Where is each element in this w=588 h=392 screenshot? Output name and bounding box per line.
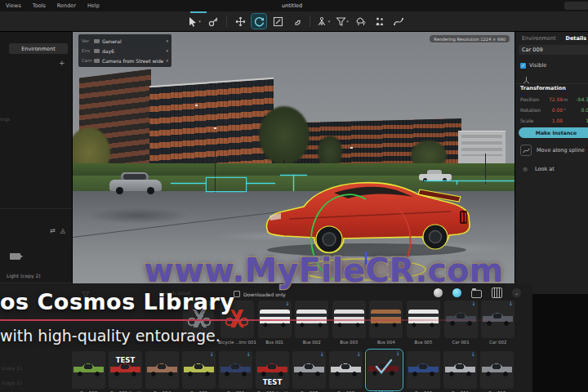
vegetation-tool-button[interactable] xyxy=(354,14,368,29)
move-icon xyxy=(235,16,246,27)
add-button[interactable]: + xyxy=(59,59,65,67)
downloaded-only-checkbox[interactable]: Downloaded only xyxy=(234,291,286,297)
position-row[interactable]: Position72.59 m-54.3 xyxy=(520,96,588,102)
download-icon: ↓ xyxy=(285,301,289,306)
scale-row[interactable]: Scale1.00 1 xyxy=(520,118,588,123)
spline-tool-button[interactable] xyxy=(391,14,406,29)
tree xyxy=(259,106,310,165)
filter-tool-button[interactable]: ▾ xyxy=(335,14,350,29)
make-instance-button[interactable]: Make Instance xyxy=(519,127,588,138)
people-scatter-tool-button[interactable] xyxy=(372,14,387,29)
download-icon: ↓ xyxy=(210,352,214,357)
asset-card-bus-004[interactable]: Bus 004 xyxy=(369,301,403,338)
materials-icon[interactable] xyxy=(434,288,443,297)
3d-viewport[interactable]: Var General▾ Env day6▾ Cam Camera from S… xyxy=(72,31,515,284)
building-white xyxy=(458,131,506,167)
visible-toggle[interactable]: ✓ Visible xyxy=(520,62,546,69)
asset-card-car-007[interactable]: ↓ Car 007 xyxy=(292,351,326,389)
collapse-panel-button[interactable]: ⌄ xyxy=(512,288,521,297)
tab-environment[interactable]: Environment xyxy=(522,35,556,42)
checkbox-checked-icon[interactable]: ✓ xyxy=(520,63,526,69)
environment-icon xyxy=(94,49,100,53)
cosmos-library-panel: Search asset Downloaded only ⌄ (copy 1) … xyxy=(0,283,532,392)
filter-sliders-icon[interactable]: ⇄ xyxy=(50,227,56,234)
scale-icon xyxy=(273,16,283,27)
move-tool-button[interactable] xyxy=(233,14,247,29)
asset-card-car-003[interactable]: Car 003 xyxy=(72,351,105,389)
variant-selector[interactable]: Var General▾ xyxy=(78,36,172,46)
asset-card-car-009-selected[interactable]: ↓ Car 009 xyxy=(367,350,402,390)
look-at-action[interactable]: ◎ Look at xyxy=(520,166,555,172)
menu-render[interactable]: Render xyxy=(51,2,82,9)
select-arrow-icon xyxy=(188,16,198,27)
test-overlay: TEST xyxy=(109,356,142,364)
visible-label: Visible xyxy=(529,62,546,69)
environment-selector[interactable]: Env day6▾ xyxy=(78,46,172,56)
asset-card-car-002[interactable]: ↓ Car 002 xyxy=(481,301,514,338)
download-icon: ↓ xyxy=(357,352,361,357)
asset-card-car-003-test[interactable]: TEST Car 003 (test) xyxy=(109,351,142,389)
menu-bar: Views Tools Render Help untitled xyxy=(0,0,588,11)
ghost-list-item: (copy 1) xyxy=(2,365,22,371)
folder-icon[interactable] xyxy=(471,290,482,298)
camera-icon xyxy=(94,59,100,63)
asset-card-bicycle[interactable]: Bicycle ...tric 001 xyxy=(220,301,254,338)
asset-card-car-010[interactable]: Car 010 xyxy=(407,351,440,389)
silver-car[interactable] xyxy=(109,170,162,198)
downloaded-only-label: Downloaded only xyxy=(243,292,286,297)
test-overlay: TEST xyxy=(256,378,289,386)
magnet-snap-tool-button[interactable] xyxy=(289,14,304,29)
asset-card-bus-005[interactable]: Bus 005 xyxy=(407,301,440,338)
asset-card[interactable]: ↓ xyxy=(183,301,214,338)
asset-card-car-005[interactable]: ↓ Car 005 xyxy=(182,351,216,389)
download-icon: ↓ xyxy=(247,352,251,357)
spline-icon xyxy=(520,145,532,156)
move-along-spline-action[interactable]: Move along spline xyxy=(520,145,585,156)
light-gizmo-rect[interactable] xyxy=(206,177,247,192)
rotation-row[interactable]: Rotation0.00 °0.0 xyxy=(520,107,588,113)
menu-help[interactable]: Help xyxy=(82,2,105,9)
asset-card-bus-001[interactable]: ↓ Bus 001 xyxy=(258,301,292,338)
search-field[interactable] xyxy=(564,2,588,10)
tab-details[interactable]: Details xyxy=(566,35,587,42)
paint-scatter-icon xyxy=(208,16,219,27)
download-icon: ↓ xyxy=(320,352,324,357)
asset-icon[interactable]: ◬ xyxy=(60,227,65,234)
select-tool-button[interactable]: ▾ xyxy=(187,14,202,29)
menu-tools[interactable]: Tools xyxy=(27,2,51,9)
asset-card-bus-002[interactable]: Bus 002 xyxy=(295,301,328,338)
rotate-tool-button[interactable] xyxy=(252,14,266,29)
download-icon: ↓ xyxy=(509,301,513,306)
asset-card-car-006-test[interactable]: TEST Car 006 (test) xyxy=(256,351,289,389)
object-name-field[interactable]: Car 009 xyxy=(519,45,588,55)
camera-selector[interactable]: Cam Camera from Street wide▾ xyxy=(78,56,172,65)
paint-scatter-tool-button[interactable] xyxy=(206,14,220,29)
download-icon: ↓ xyxy=(396,351,400,356)
light-tripod-tool-button[interactable]: ▾ xyxy=(316,14,331,29)
filter-funnel-icon[interactable] xyxy=(82,287,90,302)
magnet-snap-icon xyxy=(292,16,302,27)
asset-card-car-001[interactable]: ↓ Car 001 xyxy=(444,301,478,338)
download-icon: ↓ xyxy=(208,301,212,306)
settings-label-fragment: ings xyxy=(0,116,10,122)
asset-card-car-012[interactable]: Car 012 xyxy=(480,351,514,389)
chevron-down-icon: ▾ xyxy=(166,48,168,53)
checkbox-unchecked-icon[interactable] xyxy=(234,291,240,297)
asset-card-car-006[interactable]: ↓ Car 006 xyxy=(219,351,252,389)
chevron-down-icon: ▾ xyxy=(166,38,168,43)
asset-card-bus-003[interactable]: Bus 003 xyxy=(332,301,366,338)
application-window: Views Tools Render Help untitled ▾ xyxy=(0,0,588,392)
environment-button[interactable]: Environment xyxy=(9,43,68,54)
scale-tool-button[interactable] xyxy=(270,14,285,29)
cosmos-icon[interactable] xyxy=(452,288,461,297)
asset-card-car-008[interactable]: ↓ Car 008 xyxy=(329,351,363,389)
rendering-resolution-badge: Rendering Resolution 1224 × 680 xyxy=(430,35,510,42)
chevron-down-icon: ▾ xyxy=(198,19,201,24)
search-asset-ghost[interactable]: Search asset xyxy=(159,290,191,296)
viewport-selectors: Var General▾ Env day6▾ Cam Camera from S… xyxy=(78,34,172,67)
watermark: www.MyFileCR.com xyxy=(144,252,503,289)
menu-views[interactable]: Views xyxy=(0,2,27,9)
asset-card-car-011[interactable]: ↓ Car 011 xyxy=(443,351,477,389)
asset-card-car-004[interactable]: Car 004 xyxy=(145,351,179,389)
scene-item-light[interactable]: Light (copy 2) xyxy=(7,273,41,278)
